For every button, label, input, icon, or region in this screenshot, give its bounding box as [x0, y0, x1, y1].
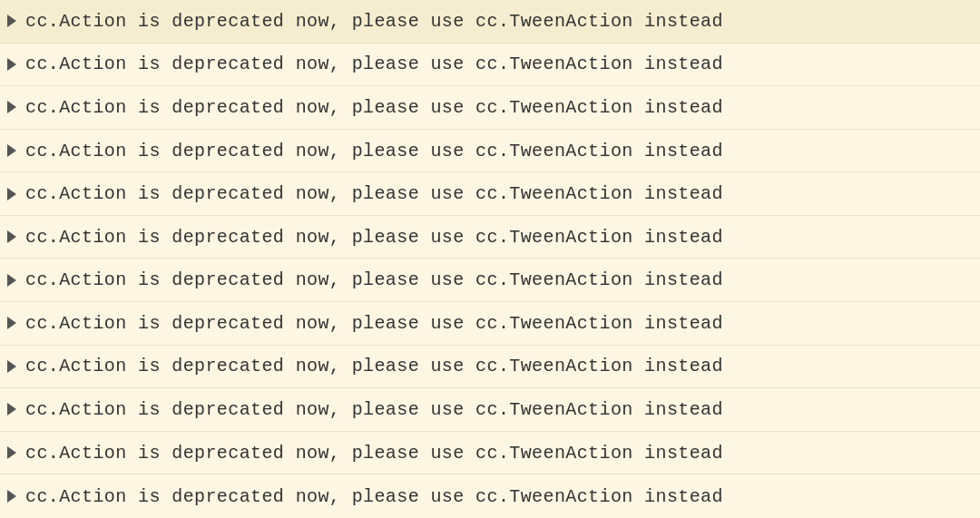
expand-icon[interactable]: [7, 274, 16, 287]
log-row[interactable]: cc.Action is deprecated now, please use …: [0, 302, 980, 346]
log-message: cc.Action is deprecated now, please use …: [25, 443, 723, 464]
log-row[interactable]: cc.Action is deprecated now, please use …: [0, 259, 980, 302]
log-row[interactable]: cc.Action is deprecated now, please use …: [0, 44, 980, 87]
log-row[interactable]: cc.Action is deprecated now, please use …: [0, 432, 980, 475]
log-message: cc.Action is deprecated now, please use …: [25, 183, 723, 204]
log-row[interactable]: cc.Action is deprecated now, please use …: [0, 130, 980, 173]
log-message: cc.Action is deprecated now, please use …: [25, 227, 723, 248]
expand-icon[interactable]: [7, 446, 16, 459]
expand-icon[interactable]: [7, 490, 16, 503]
log-container: cc.Action is deprecated now, please use …: [0, 0, 980, 518]
log-message: cc.Action is deprecated now, please use …: [25, 313, 723, 334]
log-message: cc.Action is deprecated now, please use …: [25, 11, 723, 32]
log-row[interactable]: cc.Action is deprecated now, please use …: [0, 216, 980, 259]
expand-icon[interactable]: [7, 360, 16, 373]
expand-icon[interactable]: [7, 188, 16, 200]
log-row[interactable]: cc.Action is deprecated now, please use …: [0, 172, 980, 216]
expand-icon[interactable]: [7, 58, 16, 71]
expand-icon[interactable]: [7, 230, 16, 243]
log-message: cc.Action is deprecated now, please use …: [25, 269, 723, 290]
log-row[interactable]: cc.Action is deprecated now, please use …: [0, 0, 980, 44]
log-row[interactable]: cc.Action is deprecated now, please use …: [0, 86, 980, 130]
log-message: cc.Action is deprecated now, please use …: [25, 141, 723, 161]
expand-icon[interactable]: [7, 317, 16, 329]
log-message: cc.Action is deprecated now, please use …: [25, 97, 723, 118]
log-message: cc.Action is deprecated now, please use …: [25, 399, 723, 420]
log-message: cc.Action is deprecated now, please use …: [25, 54, 723, 74]
log-message: cc.Action is deprecated now, please use …: [25, 356, 723, 376]
log-row[interactable]: cc.Action is deprecated now, please use …: [0, 346, 980, 389]
expand-icon[interactable]: [7, 144, 16, 157]
log-message: cc.Action is deprecated now, please use …: [25, 486, 723, 507]
log-row[interactable]: cc.Action is deprecated now, please use …: [0, 388, 980, 432]
log-row[interactable]: cc.Action is deprecated now, please use …: [0, 474, 980, 518]
expand-icon[interactable]: [7, 403, 16, 415]
expand-icon[interactable]: [7, 101, 16, 113]
expand-icon[interactable]: [7, 15, 16, 27]
